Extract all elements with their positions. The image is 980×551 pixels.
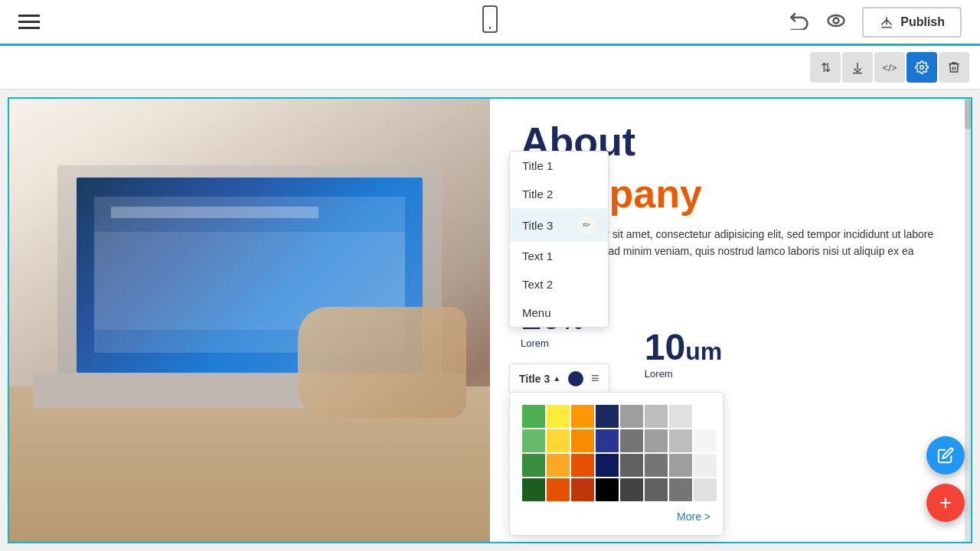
svg-point-3 — [834, 18, 839, 23]
header: Publish — [0, 0, 980, 46]
element-toolbar: ⇅ </> — [0, 46, 980, 90]
color-cell-3[interactable] — [596, 405, 619, 428]
color-cell-11[interactable] — [596, 429, 619, 452]
color-cell-21[interactable] — [645, 454, 668, 477]
dropdown-item-title1[interactable]: Title 1 — [510, 152, 608, 180]
caret-up-icon: ▲ — [553, 374, 560, 383]
color-cell-14[interactable] — [669, 429, 692, 452]
title3-selector[interactable]: Title 3 ▲ — [519, 373, 560, 385]
publish-button[interactable]: Publish — [862, 7, 962, 37]
color-cell-28[interactable] — [620, 478, 643, 501]
header-center — [479, 5, 501, 38]
color-cell-7[interactable] — [694, 405, 717, 428]
laptop-image — [9, 99, 490, 542]
code-button[interactable]: </> — [874, 52, 905, 83]
publish-label: Publish — [900, 15, 945, 29]
header-right: Publish — [789, 7, 962, 37]
stat-item-2: 10um Lorem — [645, 326, 722, 380]
color-grid — [522, 405, 710, 501]
dropdown-item-menu[interactable]: Menu — [510, 298, 608, 327]
color-cell-19[interactable] — [596, 454, 619, 477]
color-cell-25[interactable] — [547, 478, 570, 501]
about-section: About Company Lorem ipsum dolor sit amet… — [9, 99, 971, 542]
scrollbar-thumb[interactable] — [965, 99, 971, 129]
scrollbar[interactable] — [965, 99, 971, 542]
color-cell-4[interactable] — [620, 405, 643, 428]
color-cell-23[interactable] — [694, 454, 717, 477]
color-cell-20[interactable] — [620, 454, 643, 477]
more-colors-link[interactable]: More > — [522, 510, 710, 523]
color-cell-5[interactable] — [645, 405, 668, 428]
svg-point-5 — [920, 66, 924, 70]
color-cell-15[interactable] — [694, 429, 717, 452]
header-left — [18, 15, 40, 29]
settings-button[interactable] — [906, 52, 937, 83]
svg-point-2 — [828, 15, 844, 26]
text-align-icon[interactable]: ≡ — [591, 370, 599, 386]
download-button[interactable] — [842, 52, 873, 83]
color-cell-9[interactable] — [547, 429, 570, 452]
color-cell-16[interactable] — [522, 454, 545, 477]
color-cell-29[interactable] — [645, 478, 668, 501]
color-cell-1[interactable] — [547, 405, 570, 428]
dropdown-item-text2[interactable]: Text 2 — [510, 270, 608, 298]
color-cell-31[interactable] — [694, 478, 717, 501]
color-cell-8[interactable] — [522, 429, 545, 452]
edit-pencil-icon[interactable]: ✏ — [577, 216, 596, 234]
mobile-preview-icon[interactable] — [479, 5, 501, 38]
dropdown-label-text2: Text 2 — [522, 278, 553, 291]
color-cell-2[interactable] — [571, 405, 594, 428]
dropdown-item-title2[interactable]: Title 2 — [510, 180, 608, 208]
about-image — [9, 99, 490, 542]
color-cell-30[interactable] — [669, 478, 692, 501]
undo-icon[interactable] — [789, 8, 810, 35]
color-cell-12[interactable] — [620, 429, 643, 452]
dropdown-label-text1: Text 1 — [522, 249, 553, 262]
color-circle-button[interactable] — [568, 371, 583, 386]
canvas: About Company Lorem ipsum dolor sit amet… — [8, 97, 972, 543]
color-cell-18[interactable] — [571, 454, 594, 477]
color-cell-26[interactable] — [571, 478, 594, 501]
fab-edit-button[interactable] — [926, 436, 965, 474]
delete-button[interactable] — [939, 52, 969, 83]
color-cell-27[interactable] — [596, 478, 619, 501]
selected-style-label: Title 3 — [519, 373, 550, 385]
fab-add-button[interactable]: + — [926, 484, 965, 522]
title3-bottom-toolbar: Title 3 ▲ ≡ — [509, 364, 609, 393]
dropdown-item-title3[interactable]: Title 3 ✏ — [510, 208, 608, 242]
color-picker-panel: More > — [509, 392, 724, 536]
stat-label-1: Lorem — [521, 337, 583, 349]
style-dropdown-menu: Title 1 Title 2 Title 3 ✏ Text 1 Text 2 … — [509, 151, 609, 328]
color-cell-0[interactable] — [522, 405, 545, 428]
dropdown-label-title1: Title 1 — [522, 159, 553, 172]
preview-eye-icon[interactable] — [825, 10, 847, 34]
color-cell-24[interactable] — [522, 478, 545, 501]
move-button[interactable]: ⇅ — [810, 52, 841, 83]
color-cell-6[interactable] — [669, 405, 692, 428]
hamburger-menu-icon[interactable] — [18, 15, 40, 29]
color-cell-10[interactable] — [571, 429, 594, 452]
stat-number-2: 10um — [645, 326, 722, 368]
color-cell-13[interactable] — [645, 429, 668, 452]
dropdown-label-title2: Title 2 — [522, 187, 553, 201]
dropdown-item-text1[interactable]: Text 1 — [510, 242, 608, 270]
color-cell-22[interactable] — [669, 454, 692, 477]
dropdown-label-title3: Title 3 — [522, 219, 553, 232]
dropdown-label-menu: Menu — [522, 306, 551, 319]
stat-label-2: Lorem — [645, 368, 722, 380]
color-cell-17[interactable] — [547, 454, 570, 477]
main-area: About Company Lorem ipsum dolor sit amet… — [0, 90, 980, 551]
